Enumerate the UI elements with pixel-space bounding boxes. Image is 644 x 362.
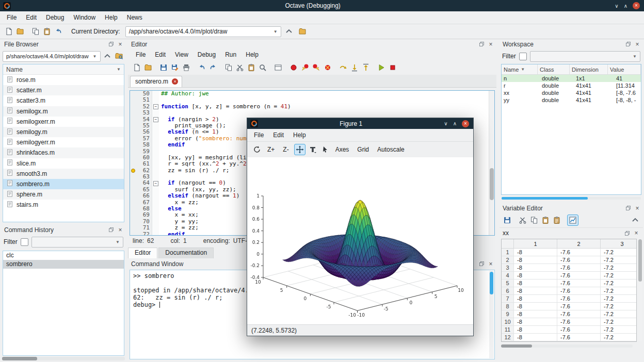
- dock-tab-documentation[interactable]: Documentation: [158, 248, 214, 258]
- copy-icon[interactable]: [30, 26, 41, 37]
- workspace-row[interactable]: rdouble41x41[11.314: [502, 82, 641, 89]
- workspace-row[interactable]: yydouble41x41[-8, -8, -: [502, 96, 641, 104]
- undock-icon[interactable]: [107, 226, 115, 234]
- paste-alt-icon[interactable]: [552, 215, 562, 225]
- close-icon[interactable]: ×: [634, 41, 641, 48]
- run-icon[interactable]: [376, 62, 387, 73]
- menu-run[interactable]: Run: [220, 50, 241, 59]
- browse-directory-icon[interactable]: [297, 26, 308, 37]
- bp-prev-icon[interactable]: [300, 62, 310, 73]
- fold-marker-icon[interactable]: [152, 117, 159, 123]
- workspace-row[interactable]: ndouble1x141: [502, 75, 641, 82]
- horizontal-scrollbar[interactable]: [2, 357, 125, 360]
- window-close-icon[interactable]: ×: [633, 2, 640, 9]
- redo-icon[interactable]: [208, 62, 218, 73]
- window-shade-icon[interactable]: ∨: [444, 121, 447, 126]
- workspace-filter-combobox[interactable]: ▼: [530, 51, 640, 62]
- file-item[interactable]: sphere.m: [3, 189, 124, 200]
- breakpoint-icon[interactable]: [130, 168, 136, 174]
- menu-edit[interactable]: Edit: [21, 13, 41, 22]
- paste-icon[interactable]: [246, 62, 256, 73]
- file-item[interactable]: smooth3.m: [3, 169, 124, 179]
- step-out-icon[interactable]: [361, 62, 371, 73]
- undock-icon[interactable]: [107, 41, 115, 48]
- file-item[interactable]: slice.m: [3, 158, 124, 169]
- paste-icon[interactable]: [540, 215, 551, 225]
- zoom-in-button[interactable]: Z+: [264, 144, 278, 155]
- rotate-icon[interactable]: [252, 144, 262, 155]
- file-browser-path-combobox[interactable]: p/share/octave/4.4.0/m/plot/draw ▼: [3, 51, 101, 62]
- workspace-column-header[interactable]: Name▼: [502, 64, 538, 74]
- undo-icon[interactable]: [197, 62, 207, 73]
- new-document-icon[interactable]: [132, 62, 142, 73]
- axes-button[interactable]: Axes: [332, 144, 353, 155]
- ve-column-header[interactable]: 3: [601, 239, 637, 249]
- file-item[interactable]: semilogxerr.m: [3, 117, 124, 127]
- undo-icon[interactable]: [53, 26, 63, 37]
- menu-edit[interactable]: Edit: [268, 130, 288, 140]
- filter-checkbox[interactable]: [519, 53, 527, 60]
- copy-icon[interactable]: [529, 215, 539, 225]
- figure-window[interactable]: Figure 1 ∨ ∧ × FileEditHelp Z+ Z- Axes G…: [247, 118, 474, 336]
- variable-editor-vertical-scrollbar[interactable]: [638, 239, 642, 341]
- menu-debug[interactable]: Debug: [41, 13, 69, 22]
- directory-up-icon[interactable]: [284, 26, 294, 37]
- plot-icon[interactable]: [567, 215, 578, 226]
- ve-row[interactable]: 11-8-7.6-7.2: [502, 326, 636, 334]
- dock-tab-editor[interactable]: Editor: [128, 248, 157, 258]
- text-tool-icon[interactable]: [308, 144, 318, 155]
- window-icon[interactable]: [273, 62, 283, 73]
- ve-row[interactable]: 9-8-7.6-7.2: [502, 310, 636, 318]
- ve-row[interactable]: 6-8-7.6-7.2: [502, 287, 636, 295]
- workspace-horizontal-scrollbar[interactable]: [502, 197, 641, 200]
- ve-row[interactable]: 4-8-7.6-7.2: [502, 272, 636, 279]
- close-icon[interactable]: ×: [633, 229, 640, 237]
- folder-up-icon[interactable]: [103, 51, 112, 61]
- undock-icon[interactable]: [478, 260, 485, 268]
- menu-edit[interactable]: Edit: [150, 50, 170, 59]
- editor-vertical-scrollbar[interactable]: [489, 91, 494, 235]
- ve-row[interactable]: 1-8-7.6-7.2: [502, 249, 636, 256]
- menu-file[interactable]: File: [131, 50, 150, 59]
- undock-icon[interactable]: [478, 41, 485, 48]
- ve-row[interactable]: 12-8-7.6-7.2: [502, 334, 636, 341]
- figure-canvas[interactable]: [247, 157, 473, 324]
- cursor-icon[interactable]: [320, 144, 330, 155]
- tab-close-icon[interactable]: ×: [172, 78, 178, 85]
- window-maximize-icon[interactable]: ∧: [453, 121, 457, 126]
- ve-column-header[interactable]: 1: [514, 239, 557, 249]
- stop-icon[interactable]: [388, 62, 398, 73]
- ve-row[interactable]: 8-8-7.6-7.2: [502, 303, 636, 310]
- window-close-icon[interactable]: ×: [462, 120, 469, 127]
- ve-row[interactable]: 7-8-7.6-7.2: [502, 295, 636, 303]
- open-folder-icon[interactable]: [143, 62, 153, 73]
- search-icon[interactable]: [257, 62, 268, 73]
- workspace-row[interactable]: xxdouble41x41[-8, -7.6: [502, 89, 641, 96]
- file-item[interactable]: semilogy.m: [3, 127, 124, 137]
- close-icon[interactable]: ×: [634, 205, 641, 212]
- step-in-icon[interactable]: [349, 62, 360, 73]
- workspace-column-header[interactable]: Dimension: [570, 64, 608, 74]
- undock-icon[interactable]: [624, 205, 632, 212]
- collapse-icon[interactable]: [630, 215, 640, 225]
- fold-marker-icon[interactable]: [152, 104, 159, 110]
- file-item[interactable]: shrinkfaces.m: [3, 147, 124, 158]
- menu-file[interactable]: File: [2, 13, 21, 22]
- pan-icon[interactable]: [294, 144, 305, 155]
- file-item[interactable]: scatter3.m: [3, 95, 124, 106]
- code-line[interactable]: 50## Author: jwe: [130, 91, 494, 97]
- history-item[interactable]: sombrero: [3, 260, 124, 269]
- bp-next-icon[interactable]: [311, 62, 321, 73]
- menu-debug[interactable]: Debug: [193, 50, 220, 59]
- ve-row[interactable]: 5-8-7.6-7.2: [502, 279, 636, 287]
- menu-file[interactable]: File: [249, 130, 268, 140]
- print-icon[interactable]: [181, 62, 191, 73]
- open-folder-icon[interactable]: [15, 26, 25, 37]
- menu-help[interactable]: Help: [288, 130, 311, 140]
- autoscale-button[interactable]: Autoscale: [374, 144, 408, 155]
- file-item[interactable]: stairs.m: [3, 200, 124, 210]
- cut-icon[interactable]: [518, 215, 528, 225]
- file-item[interactable]: rose.m: [3, 75, 124, 85]
- file-item[interactable]: scatter.m: [3, 85, 124, 95]
- menu-news[interactable]: News: [122, 13, 147, 22]
